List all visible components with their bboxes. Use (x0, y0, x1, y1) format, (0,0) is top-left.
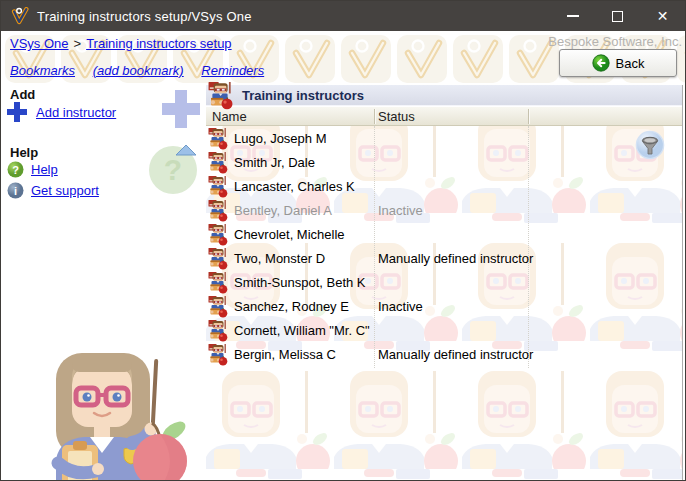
instructor-name: Bentley, Daniel A (234, 203, 332, 218)
quicklinks-bar: Bookmarks (add bookmark) Reminders (10, 63, 278, 78)
table-row[interactable]: Two, Monster D Manually defined instruct… (206, 247, 682, 271)
instructor-name: Two, Monster D (234, 251, 325, 266)
close-button[interactable]: ✕ (640, 1, 685, 31)
table-row[interactable]: Smith Jr, Dale (206, 151, 682, 175)
table-row[interactable]: Chevrolet, Michelle (206, 223, 682, 247)
back-button[interactable]: Back (559, 49, 677, 77)
instructor-icon (207, 152, 228, 174)
close-icon: ✕ (657, 9, 669, 23)
table-row[interactable]: Cornett, William "Mr. C" (206, 319, 682, 343)
add-plus-icon (5, 100, 29, 124)
instructor-icon (207, 296, 228, 318)
breadcrumb-home-link[interactable]: VSys One (10, 36, 69, 51)
instructor-status: Inactive (378, 203, 423, 218)
breadcrumb-current-link[interactable]: Training instructors setup (86, 36, 231, 51)
vsys-logo-icon (11, 7, 29, 25)
maximize-button[interactable] (595, 1, 640, 31)
panel-title: Training instructors (242, 88, 364, 103)
instructor-name: Lugo, Joseph M (234, 131, 327, 146)
instructor-icon (207, 320, 228, 342)
add-bookmark-link[interactable]: (add bookmark) (93, 63, 184, 78)
breadcrumb-separator: > (74, 36, 82, 51)
instructor-status: Inactive (378, 299, 423, 314)
instructor-icon (207, 224, 228, 246)
maximize-icon (612, 11, 623, 22)
help-link[interactable]: Help (31, 162, 58, 177)
reminders-link[interactable]: Reminders (201, 63, 264, 78)
window-title: Training instructors setup/VSys One (37, 9, 252, 24)
instructor-name: Lancaster, Charles K (234, 179, 355, 194)
instructor-name: Smith Jr, Dale (234, 155, 315, 170)
instructor-status: Manually defined instructor (378, 347, 533, 362)
instructors-panel: Training instructors Name Status Lugo, J… (206, 85, 683, 481)
instructor-icon (207, 176, 228, 198)
help-section-heading: Help (10, 145, 38, 160)
instructor-name: Smith-Sunspot, Beth K (234, 275, 366, 290)
instructor-name: Sanchez, Rodney E (234, 299, 349, 314)
bookmarks-link[interactable]: Bookmarks (10, 63, 75, 78)
instructor-name: Cornett, William "Mr. C" (234, 323, 370, 338)
add-watermark-plus-icon (160, 88, 202, 130)
back-button-label: Back (616, 56, 645, 71)
help-icon: ? (7, 161, 24, 178)
training-instructors-icon (207, 82, 233, 110)
table-row[interactable]: Lancaster, Charles K (206, 175, 682, 199)
instructor-name: Bergin, Melissa C (234, 347, 336, 362)
table-header-row: Name Status (206, 107, 682, 126)
instructor-icon (207, 200, 228, 222)
instructor-name: Chevrolet, Michelle (234, 227, 345, 242)
svg-text:?: ? (12, 164, 19, 176)
instructor-status: Manually defined instructor (378, 251, 533, 266)
filter-funnel-icon[interactable] (635, 130, 665, 160)
panel-titlebar: Training instructors (206, 85, 682, 106)
app-window: Training instructors setup/VSys One ✕ VS… (0, 0, 686, 481)
help-watermark-icon: ? (148, 143, 202, 195)
instructor-icon (207, 248, 228, 270)
table-row[interactable]: Lugo, Joseph M (206, 127, 682, 151)
column-separator (528, 109, 529, 124)
column-header-status[interactable]: Status (378, 109, 415, 124)
instructor-icon (207, 128, 228, 150)
instructor-icon (207, 344, 228, 366)
company-name: Bespoke Software, Inc. (548, 34, 682, 49)
top-navigation-strip: VSys One>Training instructors setup Besp… (2, 31, 686, 85)
instructor-icon (207, 272, 228, 294)
get-support-link[interactable]: Get support (31, 183, 99, 198)
column-separator (374, 109, 375, 124)
table-row[interactable]: Sanchez, Rodney E Inactive (206, 295, 682, 319)
minimize-icon (567, 15, 579, 17)
breadcrumb: VSys One>Training instructors setup (10, 36, 232, 51)
window-titlebar[interactable]: Training instructors setup/VSys One ✕ (1, 1, 685, 31)
svg-text:?: ? (164, 153, 182, 186)
sidebar: ? Add Add instructor Help ? Help i (2, 85, 206, 481)
info-icon: i (7, 182, 24, 199)
back-arrow-icon (592, 54, 610, 72)
table-row[interactable]: Bergin, Melissa C Manually defined instr… (206, 343, 682, 367)
minimize-button[interactable] (550, 1, 595, 31)
add-instructor-link[interactable]: Add instructor (36, 105, 116, 120)
teacher-illustration (28, 345, 210, 481)
svg-text:i: i (14, 185, 17, 197)
table-row[interactable]: Bentley, Daniel A Inactive (206, 199, 682, 223)
table-row[interactable]: Smith-Sunspot, Beth K (206, 271, 682, 295)
column-header-name[interactable]: Name (212, 109, 247, 124)
